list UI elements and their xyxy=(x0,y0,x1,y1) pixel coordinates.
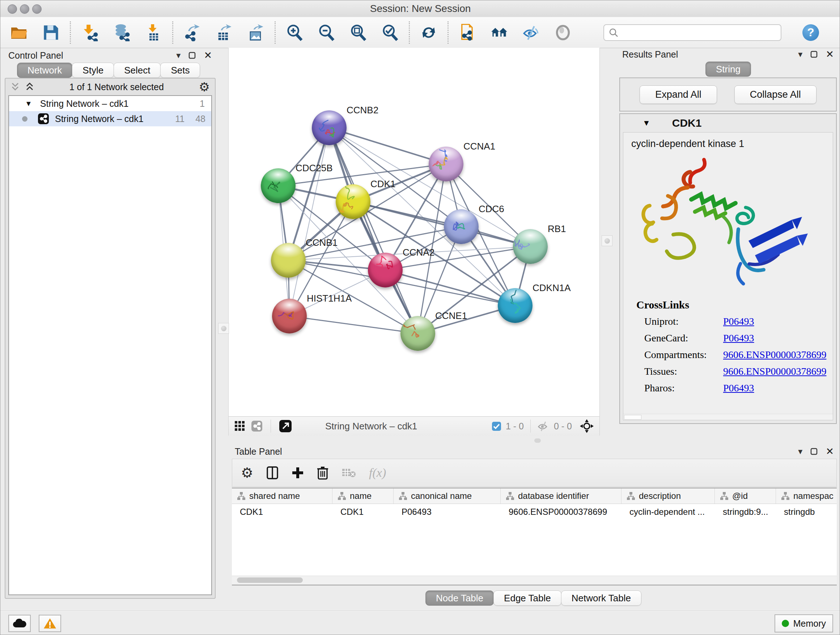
column-header-namespac[interactable]: namespac xyxy=(776,488,837,504)
warning-button[interactable] xyxy=(39,615,61,632)
selected-checkbox-icon[interactable] xyxy=(492,421,501,431)
export-image-button[interactable] xyxy=(246,22,265,43)
crosslink-link[interactable]: 9606.ENSP00000378699 xyxy=(723,366,826,377)
cdk1-section-header[interactable]: ▼ CDK1 xyxy=(620,114,836,132)
cloud-button[interactable] xyxy=(8,615,31,632)
network-node-HIST1H1A[interactable] xyxy=(272,299,307,333)
tab-sets[interactable]: Sets xyxy=(160,63,200,78)
scrollbar-thumb[interactable] xyxy=(237,578,303,583)
table-cell[interactable]: cyclin-dependent ... xyxy=(622,504,715,520)
network-node-CCNB1[interactable] xyxy=(271,243,306,278)
gray-eye-button[interactable] xyxy=(554,22,572,43)
table-cell[interactable]: 9606.ENSP00000378699 xyxy=(501,504,622,520)
network-node-CCNB2[interactable] xyxy=(312,111,347,145)
birds-eye-view-icon[interactable] xyxy=(279,420,292,432)
tab-style[interactable]: Style xyxy=(72,63,114,78)
zoom-in-button[interactable] xyxy=(285,22,304,43)
crosslink-link[interactable]: 9606.ENSP00000378699 xyxy=(723,349,826,361)
column-header-name[interactable]: name xyxy=(332,488,393,504)
tree-expand-icon[interactable]: ▼ xyxy=(25,100,32,108)
column-visibility-icon[interactable] xyxy=(266,466,279,479)
export-table-button[interactable] xyxy=(215,22,233,43)
table-row[interactable]: CDK1CDK1P064939606.ENSP00000378699cyclin… xyxy=(232,504,837,520)
hidden-eye-icon[interactable] xyxy=(537,421,549,432)
collapse-panel-icon[interactable]: ▾ xyxy=(798,49,802,59)
column-header-description[interactable]: description xyxy=(622,488,715,504)
column-header-@id[interactable]: @id xyxy=(715,488,776,504)
function-builder-icon[interactable]: f(x) xyxy=(369,466,386,480)
import-table-file-button[interactable] xyxy=(144,22,163,43)
collapse-panel-icon[interactable]: ▾ xyxy=(176,50,180,60)
network-node-CDC6[interactable] xyxy=(444,209,478,244)
column-header-canonical-name[interactable]: canonical name xyxy=(393,488,501,504)
network-edge-CCNB2-HIST1H1A[interactable] xyxy=(289,128,329,316)
collapse-all-button[interactable]: Collapse All xyxy=(734,86,816,104)
save-session-button[interactable] xyxy=(42,22,60,43)
column-header-shared-name[interactable]: shared name xyxy=(232,488,332,504)
tab-edge-table[interactable]: Edge Table xyxy=(493,591,561,606)
share-document-button[interactable] xyxy=(458,22,477,43)
network-node-CDKN1A[interactable] xyxy=(498,288,532,323)
add-column-icon[interactable] xyxy=(292,467,304,479)
search-input[interactable] xyxy=(603,24,782,41)
tab-network-table[interactable]: Network Table xyxy=(561,591,641,606)
zoom-window-icon[interactable] xyxy=(32,4,42,14)
crosslink-link[interactable]: P06493 xyxy=(723,382,754,394)
delete-column-icon[interactable] xyxy=(317,466,328,480)
export-network-button[interactable] xyxy=(183,22,202,43)
network-edge-CCNB2-CCNA1[interactable] xyxy=(329,128,446,164)
network-edge-HIST1H1A-CCNE1[interactable] xyxy=(289,316,418,333)
results-scrollbar[interactable] xyxy=(623,414,833,420)
close-panel-icon[interactable]: ✕ xyxy=(204,50,212,61)
table-settings-gear-icon[interactable]: ⚙ xyxy=(241,466,253,480)
table-cell[interactable]: stringdb xyxy=(776,504,837,520)
float-panel-icon[interactable] xyxy=(188,52,196,59)
share-view-icon[interactable] xyxy=(251,420,263,432)
tab-select[interactable]: Select xyxy=(114,63,161,78)
network-collection-row[interactable]: ▼ String Network – cdk1 1 xyxy=(9,96,211,111)
expand-all-icon[interactable] xyxy=(25,81,34,92)
refresh-button[interactable] xyxy=(419,22,438,43)
network-row-selected[interactable]: String Network – cdk1 11 48 xyxy=(9,111,211,126)
crosslink-link[interactable]: P06493 xyxy=(723,333,754,344)
section-collapse-icon[interactable]: ▼ xyxy=(643,119,651,128)
string-home-button[interactable] xyxy=(490,22,508,43)
zoom-selected-button[interactable] xyxy=(381,22,399,43)
tab-string[interactable]: String xyxy=(706,62,751,77)
network-edge-CCNA2-CDKN1A[interactable] xyxy=(385,270,515,306)
network-options-gear-icon[interactable]: ⚙ xyxy=(199,81,210,93)
network-node-CCNA2[interactable] xyxy=(368,253,403,287)
tab-network[interactable]: Network xyxy=(17,63,73,78)
float-panel-icon[interactable] xyxy=(810,448,818,455)
delete-table-icon[interactable] xyxy=(341,467,356,478)
table-cell[interactable]: P06493 xyxy=(393,504,501,520)
expand-all-button[interactable]: Expand All xyxy=(639,86,717,104)
minimize-window-icon[interactable] xyxy=(20,4,29,14)
left-splitter-handle[interactable] xyxy=(218,323,229,334)
network-node-CDK1[interactable] xyxy=(336,184,370,219)
table-cell[interactable]: stringdb:9... xyxy=(715,504,776,520)
close-panel-icon[interactable]: ✕ xyxy=(826,49,834,60)
crosslink-link[interactable]: P06493 xyxy=(723,316,754,327)
network-canvas[interactable]: CCNB2CCNA1CDC25BCDK1CDC6RB1CCNB1CCNA2CDK… xyxy=(229,48,600,416)
network-node-CDC25B[interactable] xyxy=(261,168,295,203)
close-panel-icon[interactable]: ✕ xyxy=(826,446,834,457)
open-session-button[interactable] xyxy=(10,22,28,43)
float-panel-icon[interactable] xyxy=(810,51,818,58)
import-network-file-button[interactable] xyxy=(80,22,99,43)
tab-node-table[interactable]: Node Table xyxy=(425,591,494,606)
column-header-database-identifier[interactable]: database identifier xyxy=(501,488,622,504)
help-button[interactable]: ? xyxy=(802,24,819,41)
table-cell[interactable]: CDK1 xyxy=(232,504,332,520)
memory-button[interactable]: Memory xyxy=(775,614,833,632)
zoom-out-button[interactable] xyxy=(317,22,336,43)
table-cell[interactable]: CDK1 xyxy=(332,504,393,520)
import-network-database-button[interactable] xyxy=(112,22,131,43)
fit-content-crosshair-icon[interactable] xyxy=(580,419,594,433)
network-node-CCNE1[interactable] xyxy=(401,316,435,351)
grid-view-icon[interactable] xyxy=(234,421,245,432)
table-horizontal-scrollbar[interactable] xyxy=(232,576,837,585)
zoom-fit-button[interactable] xyxy=(349,22,368,43)
network-node-RB1[interactable] xyxy=(513,229,548,264)
collapse-panel-icon[interactable]: ▾ xyxy=(798,447,802,456)
